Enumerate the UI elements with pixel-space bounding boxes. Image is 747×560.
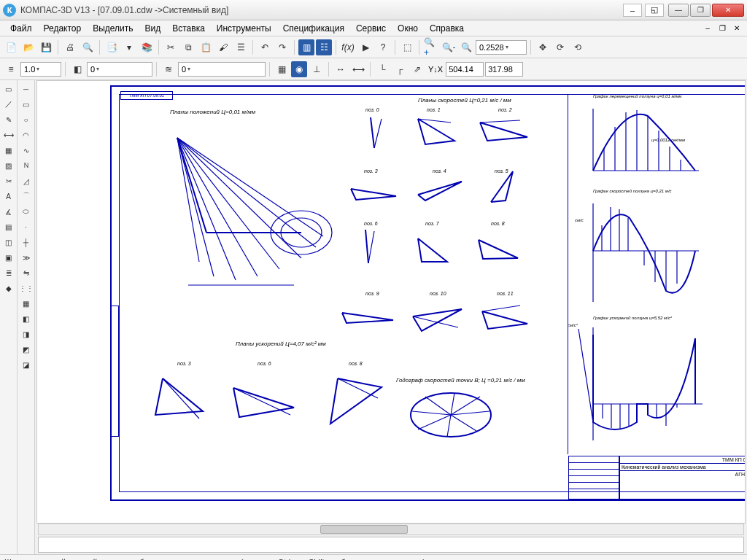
- manager-icon[interactable]: ▥: [298, 39, 314, 55]
- hatch-tool-icon[interactable]: ▨: [1, 158, 16, 173]
- pencil-icon[interactable]: ✎: [1, 112, 16, 127]
- rotate-icon[interactable]: ⟳: [552, 39, 568, 55]
- coord-toggle2-icon[interactable]: ┌: [392, 61, 408, 77]
- library-icon[interactable]: 📚: [139, 39, 155, 55]
- help-restore-icon[interactable]: ◱: [645, 4, 664, 17]
- refresh-icon[interactable]: ⟲: [570, 39, 586, 55]
- snap-icon[interactable]: ◉: [291, 61, 307, 77]
- menu-help[interactable]: Справка: [424, 22, 470, 35]
- play-icon[interactable]: ▶: [357, 39, 374, 55]
- circle-icon[interactable]: ○: [19, 112, 34, 127]
- brush-icon[interactable]: 🖌: [215, 39, 231, 55]
- linestyle-icon[interactable]: ≋: [160, 61, 177, 77]
- menu-spec[interactable]: Спецификация: [277, 22, 350, 35]
- properties-icon[interactable]: ☰: [233, 39, 249, 55]
- axis-icon[interactable]: ┼: [19, 235, 34, 249]
- extra1-icon[interactable]: ◧: [19, 311, 34, 326]
- line-tool-icon[interactable]: ／: [1, 97, 16, 112]
- dropdown-icon[interactable]: ▾: [121, 39, 137, 55]
- trim-icon[interactable]: ✂: [1, 174, 16, 188]
- rect-icon[interactable]: ▭: [19, 97, 34, 112]
- dim-h-icon[interactable]: ⟷: [350, 61, 366, 77]
- coord-toggle3-icon[interactable]: ⇗: [409, 61, 425, 77]
- zoomfit-icon[interactable]: 🔍: [458, 39, 474, 55]
- drawing-canvas[interactable]: ТММ КП 07.09.01 Планы положений Ц=0,01 м…: [36, 80, 746, 524]
- command-panel[interactable]: [38, 537, 744, 553]
- linewidth-value[interactable]: 1.0▾: [20, 62, 61, 77]
- menu-file[interactable]: Файл: [4, 22, 38, 35]
- menu-view[interactable]: Вид: [139, 22, 167, 35]
- preview-icon[interactable]: 🔍: [80, 39, 96, 55]
- hatch-icon[interactable]: ▦: [274, 61, 290, 77]
- minimize-button[interactable]: —: [668, 4, 689, 17]
- doc-close-icon[interactable]: ✕: [731, 23, 743, 34]
- whatsthis-icon[interactable]: ?: [375, 39, 391, 55]
- spline-icon[interactable]: ∿: [19, 143, 34, 158]
- zoomwin-icon[interactable]: ⬚: [399, 39, 415, 55]
- select-tool-icon[interactable]: ▭: [1, 82, 16, 96]
- close-button[interactable]: ✕: [712, 4, 744, 17]
- text-tool-icon[interactable]: A: [1, 189, 16, 203]
- seg-line-icon[interactable]: ─: [19, 82, 34, 96]
- extra3-icon[interactable]: ◩: [19, 342, 34, 357]
- new-icon[interactable]: 📄: [3, 39, 19, 55]
- extra2-icon[interactable]: ◨: [19, 327, 34, 341]
- menu-window[interactable]: Окно: [392, 22, 424, 35]
- tree-icon[interactable]: ☷: [316, 39, 332, 55]
- polyline-icon[interactable]: Ｎ: [19, 158, 34, 173]
- zoomout-icon[interactable]: 🔍-: [441, 39, 457, 55]
- open-icon[interactable]: 📂: [20, 39, 36, 55]
- redo-icon[interactable]: ↷: [274, 39, 290, 55]
- doc-min-icon[interactable]: –: [702, 23, 713, 34]
- offset-icon[interactable]: ≫: [19, 250, 34, 265]
- point-icon[interactable]: ·: [19, 219, 34, 234]
- measure-icon[interactable]: ↔: [333, 61, 349, 77]
- doc-restore-icon[interactable]: ❐: [716, 23, 728, 34]
- zoomin-icon[interactable]: 🔍+: [423, 39, 439, 55]
- ellipse-icon[interactable]: ⬭: [19, 204, 34, 219]
- paste-icon[interactable]: 📋: [198, 39, 214, 55]
- layer-select[interactable]: 0▾: [87, 62, 152, 77]
- h-scrollbar[interactable]: [38, 524, 744, 535]
- grid-tool-icon[interactable]: ▦: [1, 143, 16, 158]
- chamfer-icon[interactable]: ◿: [19, 174, 34, 188]
- pattern-icon[interactable]: ▦: [19, 296, 34, 311]
- maximize-button[interactable]: ❐: [690, 4, 711, 17]
- help-min-icon[interactable]: –: [623, 4, 642, 17]
- linestyle-select[interactable]: 0▾: [178, 62, 266, 77]
- measure-tool-icon[interactable]: ∡: [1, 204, 16, 219]
- cut-icon[interactable]: ✂: [163, 39, 179, 55]
- menu-insert[interactable]: Вставка: [166, 22, 211, 35]
- coord-toggle1-icon[interactable]: └: [374, 61, 390, 77]
- variables-icon[interactable]: f(x): [340, 39, 356, 55]
- extra4-icon[interactable]: ◪: [19, 357, 34, 372]
- params-tool-icon[interactable]: ≣: [1, 265, 16, 280]
- layers-icon[interactable]: ◧: [69, 61, 85, 77]
- menu-tools[interactable]: Инструменты: [211, 22, 277, 35]
- doc-props-icon[interactable]: 📑: [104, 39, 120, 55]
- array-icon[interactable]: ⋮⋮: [19, 281, 34, 295]
- extra-tool-icon[interactable]: ◆: [1, 281, 16, 295]
- coord-y-field[interactable]: 317.98: [485, 62, 523, 77]
- arc-icon[interactable]: ◠: [19, 128, 34, 142]
- print-icon[interactable]: 🖨: [62, 39, 78, 55]
- coord-x-field[interactable]: 504.14: [446, 62, 484, 77]
- linewidth-icon[interactable]: ≡: [3, 61, 19, 77]
- fillet-icon[interactable]: ⌒: [19, 189, 34, 203]
- block-tool-icon[interactable]: ◫: [1, 235, 16, 249]
- menu-edit[interactable]: Редактор: [38, 22, 88, 35]
- menu-select[interactable]: Выделить: [87, 22, 139, 35]
- ortho-icon[interactable]: ⊥: [309, 61, 325, 77]
- undo-icon[interactable]: ↶: [257, 39, 273, 55]
- menu-service[interactable]: Сервис: [350, 22, 392, 35]
- zoom-value-input[interactable]: 0.2528▾: [476, 40, 527, 55]
- dim-tool-icon[interactable]: ⟷: [1, 128, 16, 142]
- save-icon[interactable]: 💾: [38, 39, 54, 55]
- table-tool-icon[interactable]: ▤: [1, 219, 16, 234]
- xy-label: Y↓X: [428, 65, 443, 74]
- tb-group: АГНИ 20-42: [620, 470, 746, 478]
- pan-icon[interactable]: ✥: [535, 39, 551, 55]
- mirror-icon[interactable]: ⇋: [19, 265, 34, 280]
- copy-icon[interactable]: ⧉: [180, 39, 196, 55]
- view-tool-icon[interactable]: ▣: [1, 250, 16, 265]
